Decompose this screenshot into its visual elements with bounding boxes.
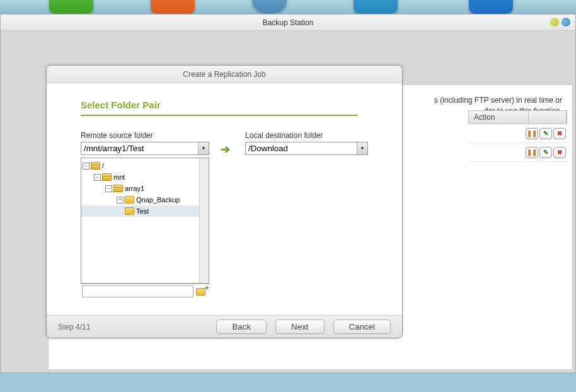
table-header: Action <box>468 110 567 124</box>
dock-icon-blue[interactable] <box>252 0 287 14</box>
window-controls <box>550 18 570 26</box>
plus-icon: + <box>205 284 209 292</box>
replication-modal: Create a Replication Job Select Folder P… <box>46 65 403 338</box>
expand-icon[interactable]: + <box>117 197 124 204</box>
tree-node-mnt[interactable]: − mnt <box>81 171 209 183</box>
folder-icon <box>125 207 134 215</box>
remote-dropdown[interactable]: ▼ <box>81 142 209 155</box>
cancel-button[interactable]: Cancel <box>333 320 391 334</box>
node-label: Test <box>136 207 149 215</box>
edit-icon[interactable]: ✎ <box>539 128 552 139</box>
collapse-icon[interactable]: − <box>105 185 112 192</box>
node-label: Qnap_Backup <box>136 196 180 204</box>
expander-none <box>117 208 124 215</box>
new-folder-row: + <box>81 284 209 299</box>
folder-icon <box>91 162 100 170</box>
delete-icon[interactable]: ✖ <box>553 128 566 139</box>
folder-tree[interactable]: − / − mnt − array1 <box>81 158 209 284</box>
dock-icon-blue2[interactable] <box>469 0 513 14</box>
folder-icon <box>113 185 123 192</box>
section-title: Select Folder Pair <box>81 100 358 116</box>
node-label: array1 <box>125 185 144 192</box>
chevron-down-icon[interactable]: ▼ <box>357 142 367 154</box>
scrollbar[interactable] <box>199 158 209 283</box>
background-table: Action ❚❚ ✎ ✖ ❚❚ ✎ ✖ <box>468 110 567 162</box>
collapse-icon[interactable]: − <box>94 174 101 181</box>
modal-footer: Step 4/11 Back Next Cancel <box>47 315 402 338</box>
collapse-icon[interactable]: − <box>83 163 89 170</box>
folder-icon <box>125 196 134 204</box>
table-row: ❚❚ ✎ ✖ <box>468 143 567 162</box>
dock-icon-cyan[interactable] <box>354 0 398 14</box>
table-row: ❚❚ ✎ ✖ <box>468 124 567 143</box>
chevron-down-icon[interactable]: ▼ <box>198 142 209 154</box>
header-blank <box>529 111 567 124</box>
step-indicator: Step 4/11 <box>58 323 90 331</box>
new-folder-button[interactable]: + <box>195 286 208 297</box>
remote-label: Remote source folder <box>81 131 209 140</box>
modal-title-text: Create a Replication Job <box>183 70 265 79</box>
dock-icon-orange[interactable] <box>151 0 195 14</box>
window-titlebar[interactable]: Backup Station <box>1 14 575 31</box>
remote-input[interactable] <box>81 142 209 155</box>
local-label: Local destination folder <box>245 131 368 140</box>
arrow-column: ➔ <box>221 131 234 156</box>
new-folder-input[interactable] <box>82 285 193 297</box>
node-label: mnt <box>113 173 125 181</box>
tree-node-array1[interactable]: − array1 <box>81 183 209 194</box>
back-button[interactable]: Back <box>216 320 267 334</box>
header-action: Action <box>469 111 529 124</box>
folder-pair: Remote source folder ▼ − / − <box>81 131 368 299</box>
dock-bar <box>0 0 576 14</box>
tree-node-qnap[interactable]: + Qnap_Backup <box>81 194 209 205</box>
folder-icon <box>102 173 112 181</box>
window-title: Backup Station <box>263 18 314 27</box>
edit-icon[interactable]: ✎ <box>539 147 552 158</box>
maximize-icon[interactable] <box>562 18 570 26</box>
local-column: Local destination folder ▼ <box>245 131 368 155</box>
arrow-right-icon: ➔ <box>221 143 230 156</box>
remote-column: Remote source folder ▼ − / − <box>81 131 209 299</box>
folder-icon <box>196 288 205 296</box>
local-dropdown[interactable]: ▼ <box>245 142 368 155</box>
next-button[interactable]: Next <box>275 320 324 334</box>
modal-body: Select Folder Pair Remote source folder … <box>47 83 402 315</box>
dock-icon-green[interactable] <box>49 0 93 14</box>
tree-node-root[interactable]: − / <box>81 160 209 171</box>
pause-icon[interactable]: ❚❚ <box>526 147 538 158</box>
tree-node-test[interactable]: Test <box>81 205 209 217</box>
pause-icon[interactable]: ❚❚ <box>526 128 538 139</box>
hint-line-1: s (including FTP server) in real time or <box>434 96 562 105</box>
node-label: / <box>102 162 104 170</box>
minimize-icon[interactable] <box>550 18 559 26</box>
local-input[interactable] <box>245 142 368 155</box>
modal-titlebar[interactable]: Create a Replication Job <box>47 66 402 83</box>
delete-icon[interactable]: ✖ <box>553 147 566 158</box>
